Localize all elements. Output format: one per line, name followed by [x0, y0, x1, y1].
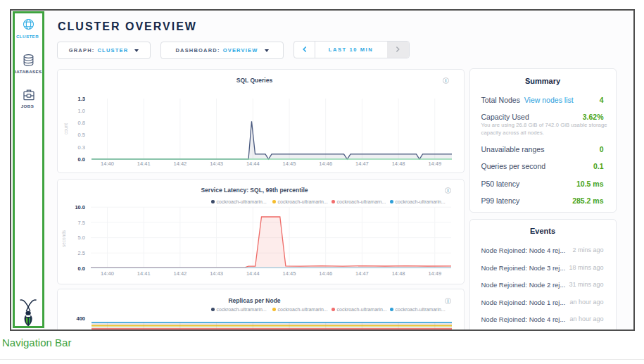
svg-text:1.0: 1.0 — [78, 108, 85, 114]
svg-text:14:43: 14:43 — [210, 270, 223, 277]
svg-text:0.0: 0.0 — [78, 265, 85, 271]
svg-text:14:47: 14:47 — [355, 270, 369, 277]
svg-text:14:41: 14:41 — [137, 270, 151, 277]
svg-text:14:44: 14:44 — [246, 270, 260, 277]
svg-text:14:45: 14:45 — [283, 161, 296, 167]
svg-text:count: count — [63, 123, 68, 134]
svg-text:14:46: 14:46 — [319, 161, 332, 167]
svg-text:14:40: 14:40 — [101, 270, 114, 277]
svg-text:1.3: 1.3 — [78, 96, 85, 102]
svg-text:14:45: 14:45 — [283, 270, 296, 277]
svg-text:14:40: 14:40 — [101, 161, 114, 167]
svg-text:7.5: 7.5 — [78, 219, 85, 225]
svg-text:14:44: 14:44 — [246, 161, 260, 167]
svg-text:14:43: 14:43 — [210, 161, 223, 167]
svg-text:14:47: 14:47 — [355, 161, 369, 167]
svg-text:14:48: 14:48 — [392, 270, 405, 277]
svg-text:0.3: 0.3 — [78, 144, 85, 151]
svg-text:0.8: 0.8 — [78, 120, 85, 126]
svg-text:14:41: 14:41 — [137, 161, 151, 167]
svg-text:10.0: 10.0 — [75, 204, 85, 211]
svg-text:0.5: 0.5 — [78, 132, 85, 138]
svg-text:5.0: 5.0 — [78, 234, 85, 241]
svg-text:2.5: 2.5 — [78, 250, 85, 256]
svg-text:0.0: 0.0 — [78, 156, 85, 163]
svg-text:400: 400 — [76, 315, 85, 321]
svg-text:14:42: 14:42 — [174, 161, 187, 167]
svg-text:14:46: 14:46 — [319, 270, 332, 277]
svg-text:14:49: 14:49 — [428, 161, 441, 167]
svg-text:14:48: 14:48 — [392, 161, 405, 167]
svg-text:seconds: seconds — [61, 230, 66, 247]
svg-text:14:49: 14:49 — [428, 270, 441, 277]
svg-text:14:42: 14:42 — [174, 270, 187, 277]
